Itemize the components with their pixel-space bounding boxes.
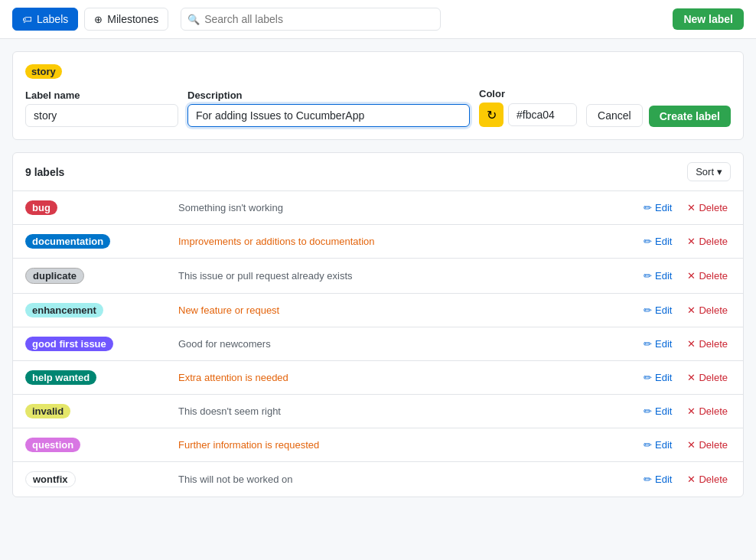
- pencil-icon: ✏: [644, 372, 652, 383]
- table-row: wontfix This will not be worked on ✏ Edi…: [13, 462, 743, 497]
- label-cell: good first issue: [25, 337, 178, 351]
- x-icon: ✕: [687, 202, 696, 213]
- x-icon: ✕: [687, 270, 696, 282]
- delete-button[interactable]: ✕ Delete: [684, 303, 731, 317]
- table-row: question Further information is requeste…: [13, 428, 743, 462]
- label-cell: help wanted: [25, 370, 178, 385]
- delete-button[interactable]: ✕ Delete: [684, 404, 731, 418]
- x-icon: ✕: [687, 372, 696, 383]
- table-row: help wanted Extra attention is needed ✏ …: [13, 361, 743, 395]
- color-refresh-button[interactable]: ↻: [479, 103, 503, 127]
- label-actions: ✏ Edit ✕ Delete: [640, 303, 731, 317]
- label-badge: bug: [25, 200, 57, 215]
- milestones-tab[interactable]: ⊕ Milestones: [84, 8, 168, 31]
- label-actions: ✏ Edit ✕ Delete: [640, 337, 731, 351]
- label-cell: wontfix: [25, 471, 178, 487]
- pencil-icon: ✏: [644, 439, 652, 451]
- cancel-button[interactable]: Cancel: [586, 104, 643, 127]
- form-actions: Cancel Create label: [586, 104, 731, 127]
- labels-tab-label: Labels: [37, 13, 68, 25]
- table-row: bug Something isn't working ✏ Edit ✕ Del…: [13, 191, 743, 225]
- edit-button[interactable]: ✏ Edit: [640, 472, 675, 487]
- label-badge: invalid: [25, 404, 70, 418]
- edit-button[interactable]: ✏ Edit: [640, 200, 675, 215]
- table-row: good first issue Good for newcomers ✏ Ed…: [13, 327, 743, 361]
- delete-button[interactable]: ✕ Delete: [684, 269, 731, 283]
- edit-button[interactable]: ✏ Edit: [640, 404, 675, 418]
- milestone-icon: ⊕: [94, 14, 103, 25]
- color-row: ↻: [479, 103, 577, 127]
- name-group: Label name: [25, 90, 178, 127]
- color-label: Color: [479, 88, 577, 99]
- form-row: Label name Description Color ↻ Cancel Cr…: [25, 88, 731, 127]
- label-icon: 🏷: [22, 14, 32, 25]
- table-row: enhancement New feature or request ✏ Edi…: [13, 294, 743, 327]
- table-row: invalid This doesn't seem right ✏ Edit ✕…: [13, 395, 743, 428]
- delete-button[interactable]: ✕ Delete: [684, 337, 731, 351]
- label-cell: question: [25, 438, 178, 452]
- x-icon: ✕: [687, 304, 696, 316]
- pencil-icon: ✏: [644, 304, 652, 316]
- sort-button[interactable]: Sort ▾: [687, 162, 731, 181]
- milestones-tab-label: Milestones: [107, 13, 158, 25]
- delete-button[interactable]: ✕ Delete: [684, 370, 731, 385]
- pencil-icon: ✏: [644, 236, 652, 247]
- edit-button[interactable]: ✏ Edit: [640, 234, 675, 249]
- description-input[interactable]: [187, 104, 470, 127]
- main-content: story Label name Description Color ↻ Can…: [0, 39, 756, 510]
- x-icon: ✕: [687, 338, 696, 350]
- label-badge: question: [25, 438, 80, 452]
- label-badge: help wanted: [25, 370, 96, 385]
- label-badge: wontfix: [25, 471, 76, 487]
- search-input[interactable]: [181, 8, 441, 31]
- pencil-icon: ✏: [644, 474, 652, 485]
- color-group: Color ↻: [479, 88, 577, 127]
- label-cell: enhancement: [25, 303, 178, 317]
- name-label: Label name: [25, 90, 178, 101]
- label-actions: ✏ Edit ✕ Delete: [640, 269, 731, 283]
- label-badge: duplicate: [25, 268, 84, 284]
- label-actions: ✏ Edit ✕ Delete: [640, 472, 731, 487]
- color-hex-input[interactable]: [508, 103, 577, 126]
- label-cell: invalid: [25, 404, 178, 418]
- x-icon: ✕: [687, 439, 696, 451]
- label-description: This will not be worked on: [178, 474, 640, 485]
- delete-button[interactable]: ✕ Delete: [684, 234, 731, 249]
- new-label-button[interactable]: New label: [673, 8, 744, 30]
- description-label: Description: [187, 90, 470, 101]
- label-description: New feature or request: [178, 304, 640, 316]
- label-preview: story: [25, 64, 731, 79]
- x-icon: ✕: [687, 474, 696, 485]
- delete-button[interactable]: ✕ Delete: [684, 472, 731, 487]
- edit-button[interactable]: ✏ Edit: [640, 269, 675, 283]
- delete-button[interactable]: ✕ Delete: [684, 200, 731, 215]
- edit-button[interactable]: ✏ Edit: [640, 303, 675, 317]
- create-label-button[interactable]: Create label: [649, 106, 731, 127]
- top-bar: 🏷 Labels ⊕ Milestones 🔍 New label: [0, 0, 756, 39]
- label-description: Something isn't working: [178, 202, 640, 213]
- label-actions: ✏ Edit ✕ Delete: [640, 404, 731, 418]
- table-row: documentation Improvements or additions …: [13, 225, 743, 259]
- label-actions: ✏ Edit ✕ Delete: [640, 370, 731, 385]
- label-name-input[interactable]: [25, 104, 178, 127]
- search-box: 🔍: [181, 8, 441, 31]
- pencil-icon: ✏: [644, 270, 652, 282]
- label-description: This doesn't seem right: [178, 405, 640, 417]
- delete-button[interactable]: ✕ Delete: [684, 438, 731, 452]
- label-actions: ✏ Edit ✕ Delete: [640, 438, 731, 452]
- table-row: duplicate This issue or pull request alr…: [13, 259, 743, 294]
- edit-button[interactable]: ✏ Edit: [640, 370, 675, 385]
- label-description: Good for newcomers: [178, 338, 640, 350]
- label-description: Extra attention is needed: [178, 372, 640, 383]
- label-cell: duplicate: [25, 268, 178, 284]
- label-actions: ✏ Edit ✕ Delete: [640, 234, 731, 249]
- labels-header: 9 labels Sort ▾: [13, 153, 743, 191]
- edit-button[interactable]: ✏ Edit: [640, 438, 675, 452]
- label-description: Further information is requested: [178, 439, 640, 451]
- labels-tab[interactable]: 🏷 Labels: [12, 8, 78, 31]
- label-description: Improvements or additions to documentati…: [178, 236, 640, 247]
- sort-label: Sort: [696, 166, 714, 177]
- label-cell: bug: [25, 200, 178, 215]
- edit-button[interactable]: ✏ Edit: [640, 337, 675, 351]
- labels-section: 9 labels Sort ▾ bug Something isn't work…: [12, 152, 744, 497]
